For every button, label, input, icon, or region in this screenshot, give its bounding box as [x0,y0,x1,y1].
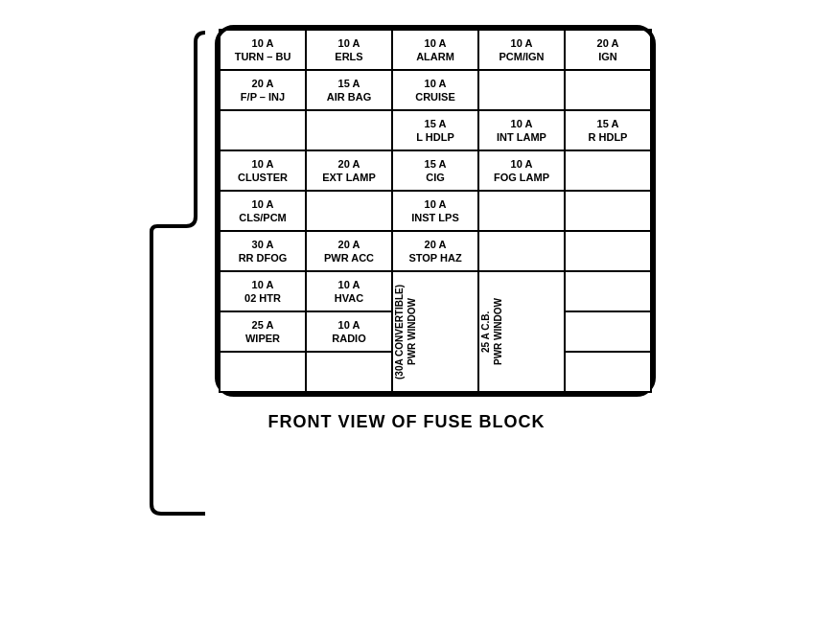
fuse-cell-empty [565,191,651,231]
fuse-cell: 20 AEXT LAMP [306,150,392,191]
fuse-cell: 10 A02 HTR [220,271,306,311]
fuse-cell: 10 ARADIO [306,311,392,352]
table-row: 30 ARR DFOG 20 APWR ACC 20 ASTOP HAZ [220,231,651,271]
table-row: 10 ACLS/PCM 10 AINST LPS [220,191,651,231]
fuse-cell: 10 AINST LPS [392,191,478,231]
fuse-cell-empty [565,150,651,191]
fuse-cell-rotated-2: 25 A C.B.PWR WINDOW [478,271,565,392]
fuse-cell-empty [478,191,565,231]
fuse-cell: 10 AERLS [306,30,392,70]
fuse-cell: 10 AHVAC [306,271,392,311]
fuse-cell: 20 APWR ACC [306,231,392,271]
fuse-cell: 15 AAIR BAG [306,70,392,110]
fuse-cell-empty [478,70,565,110]
rotated-text-25a: 25 A C.B.PWR WINDOW [479,274,504,389]
fuse-cell-empty [220,110,306,150]
fuse-cell-empty [220,352,306,392]
fuse-cell-empty [565,70,651,110]
fuse-cell-empty [306,191,392,231]
fuse-cell: 15 ACIG [392,150,478,191]
fuse-cell-empty [478,231,565,271]
fuse-cell-rotated: (30A CONVERTIBLE)PWR WINDOW [392,271,478,392]
table-row: 15 AL HDLP 10 AINT LAMP 15 AR HDLP [220,110,651,150]
fuse-cell-empty [306,352,392,392]
fuse-cell: 10 ACLUSTER [220,150,306,191]
fuse-cell-empty [565,231,651,271]
fuse-cell-empty [565,352,651,392]
fuse-cell: 25 AWIPER [220,311,306,352]
table-row: 10 A02 HTR 10 AHVAC (30A CONVERTIBLE)PWR… [220,271,651,311]
fuse-block: 10 ATURN – BU 10 AERLS 10 AALARM 10 APCM… [215,25,656,397]
table-row: 20 AF/P – INJ 15 AAIR BAG 10 ACRUISE [220,70,651,110]
rotated-text-pwr-window: (30A CONVERTIBLE)PWR WINDOW [393,274,418,389]
fuse-table: 10 ATURN – BU 10 AERLS 10 AALARM 10 APCM… [219,29,652,393]
fuse-cell: 10 ATURN – BU [220,30,306,70]
fuse-cell-empty [565,271,651,311]
fuse-cell: 20 ASTOP HAZ [392,231,478,271]
table-row: 10 ATURN – BU 10 AERLS 10 AALARM 10 APCM… [220,30,651,70]
diagram-container: 10 ATURN – BU 10 AERLS 10 AALARM 10 APCM… [23,25,790,619]
fuse-cell: 20 AIGN [565,30,651,70]
fuse-cell-empty [306,110,392,150]
fuse-cell: 10 ACRUISE [392,70,478,110]
fuse-cell: 10 AINT LAMP [478,110,565,150]
fuse-cell: 15 AL HDLP [392,110,478,150]
fuse-cell: 15 AR HDLP [565,110,651,150]
fuse-cell: 20 AF/P – INJ [220,70,306,110]
page-title: FRONT VIEW OF FUSE BLOCK [268,412,546,432]
fuse-cell: 10 ACLS/PCM [220,191,306,231]
table-row: 10 ACLUSTER 20 AEXT LAMP 15 ACIG 10 AFOG… [220,150,651,191]
fuse-cell: 30 ARR DFOG [220,231,306,271]
fuse-cell: 10 AALARM [392,30,478,70]
fuse-cell: 10 APCM/IGN [478,30,565,70]
fuse-cell: 10 AFOG LAMP [478,150,565,191]
fuse-cell-empty [565,311,651,352]
